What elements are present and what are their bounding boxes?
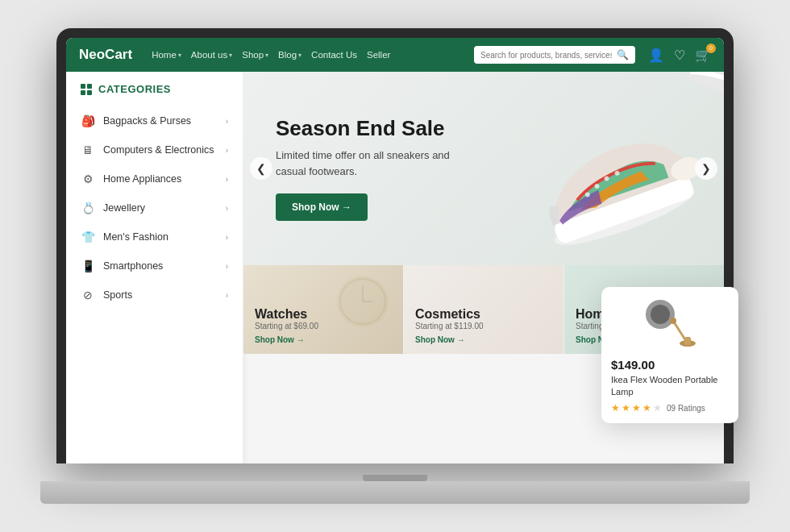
sidebar-item-home-appliances[interactable]: ⚙ Home Appliances ›	[66, 164, 243, 193]
svg-point-15	[651, 305, 670, 324]
svg-line-16	[673, 321, 686, 341]
chevron-down-icon: ▾	[178, 52, 181, 59]
ratings-count: 09 Ratings	[667, 404, 705, 413]
hero-content: Season End Sale Limited time offer on al…	[276, 116, 453, 221]
chevron-right-icon: ›	[226, 117, 228, 126]
appliance-icon: ⚙	[81, 172, 95, 186]
cat-link-watches[interactable]: Shop Now →	[255, 335, 392, 344]
star-4: ★	[642, 402, 651, 414]
cat-subtitle-watches: Starting at $69.00	[255, 322, 392, 330]
cart-badge: 0	[706, 44, 716, 53]
sidebar-item-computers[interactable]: 🖥 Computers & Electronics ›	[66, 135, 243, 164]
sidebar-item-sports[interactable]: ⊘ Sports ›	[66, 281, 243, 310]
chevron-right-icon: ›	[226, 146, 228, 155]
star-3: ★	[632, 402, 641, 414]
chevron-down-icon: ▾	[298, 52, 301, 59]
star-5: ★	[653, 402, 662, 414]
sneaker-svg	[412, 72, 724, 265]
hero-title: Season End Sale	[276, 116, 453, 141]
cat-title-cosmetics: Cosmetics	[415, 307, 552, 322]
brand-logo[interactable]: NeoCart	[79, 47, 132, 63]
cat-subtitle-cosmetics: Starting at $119.00	[415, 322, 552, 330]
jewel-icon: 💍	[81, 201, 95, 215]
nav-seller[interactable]: Seller	[367, 50, 390, 60]
product-price: $149.00	[611, 358, 729, 372]
hero-image	[412, 72, 724, 265]
star-2: ★	[622, 402, 630, 414]
chevron-right-icon: ›	[226, 204, 228, 213]
star-1: ★	[611, 402, 620, 414]
chevron-right-icon: ›	[226, 291, 228, 300]
cat-title-watches: Watches	[255, 307, 392, 322]
hero-subtitle: Limited time offer on all sneakers and c…	[276, 148, 453, 179]
phone-icon: 📱	[81, 259, 95, 273]
product-name: Ikea Flex Wooden Portable Lamp	[611, 374, 729, 397]
chevron-right-icon: ›	[226, 262, 228, 271]
navbar: NeoCart Home ▾ About us ▾ Shop ▾	[66, 38, 724, 72]
nav-contact[interactable]: Contact Us	[311, 50, 357, 60]
nav-blog[interactable]: Blog ▾	[278, 50, 301, 60]
hero-next-button[interactable]: ❯	[695, 157, 717, 180]
bag-icon: 🎒	[81, 114, 95, 128]
search-input[interactable]	[480, 51, 612, 60]
svg-point-19	[670, 318, 676, 324]
cat-card-watches[interactable]: Watches Starting at $69.00 Shop Now →	[243, 265, 404, 354]
svg-rect-18	[684, 337, 691, 345]
product-rating: ★ ★ ★ ★ ★ 09 Ratings	[611, 402, 729, 414]
nav-about[interactable]: About us ▾	[191, 50, 232, 60]
sidebar-title: CATEGORIES	[66, 83, 243, 106]
chevron-down-icon: ▾	[229, 52, 232, 59]
grid-icon	[81, 84, 92, 95]
lamp-svg	[638, 297, 702, 353]
wishlist-icon[interactable]: ♡	[674, 48, 685, 63]
floating-product-card: $149.00 Ikea Flex Wooden Portable Lamp ★…	[601, 287, 738, 423]
sports-icon: ⊘	[81, 288, 95, 302]
cart-icon[interactable]: 🛒 0	[695, 48, 711, 63]
user-icon[interactable]: 👤	[648, 48, 664, 63]
laptop-wrapper: NeoCart Home ▾ About us ▾ Shop ▾	[40, 28, 750, 504]
laptop-notch	[363, 475, 427, 481]
sidebar-item-smartphones[interactable]: 📱 Smartphones ›	[66, 251, 243, 281]
hero-banner: ❮ Season End Sale Limited time offer on …	[243, 72, 724, 265]
sidebar-item-mens-fashion[interactable]: 👕 Men's Fashion ›	[66, 222, 243, 251]
chevron-right-icon: ›	[226, 233, 228, 242]
hero-prev-button[interactable]: ❮	[250, 157, 272, 180]
nav-shop[interactable]: Shop ▾	[242, 50, 268, 60]
sidebar-item-jewellery[interactable]: 💍 Jewellery ›	[66, 193, 243, 222]
chevron-right-icon: ›	[226, 175, 228, 184]
monitor-icon: 🖥	[81, 143, 95, 157]
cat-link-cosmetics[interactable]: Shop Now →	[415, 335, 552, 344]
nav-icons: 👤 ♡ 🛒 0	[648, 48, 711, 63]
shirt-icon: 👕	[81, 230, 95, 244]
nav-home[interactable]: Home ▾	[152, 50, 181, 60]
sidebar: CATEGORIES 🎒 Bagpacks & Purses › 🖥	[66, 72, 243, 463]
nav-links: Home ▾ About us ▾ Shop ▾ Blog	[152, 50, 461, 60]
chevron-down-icon: ▾	[265, 52, 268, 59]
search-icon: 🔍	[617, 49, 629, 60]
search-bar[interactable]: 🔍	[474, 46, 635, 64]
sidebar-item-bagpacks[interactable]: 🎒 Bagpacks & Purses ›	[66, 106, 243, 135]
hero-cta-button[interactable]: Shop Now →	[276, 193, 368, 221]
laptop-base	[40, 481, 750, 504]
cat-card-cosmetics[interactable]: Cosmetics Starting at $119.00 Shop Now →	[404, 265, 564, 354]
lamp-image	[611, 297, 729, 353]
